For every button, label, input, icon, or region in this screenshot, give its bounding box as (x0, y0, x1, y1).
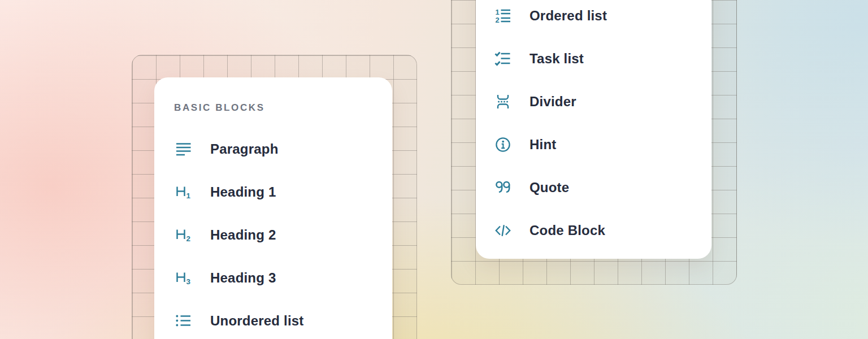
unordered-list-icon (174, 311, 193, 331)
svg-text:2: 2 (186, 234, 191, 243)
menu-item-label: Heading 2 (210, 227, 276, 243)
menu-item[interactable]: 2 Heading 2 (174, 214, 392, 257)
menu-item-label: Hint (530, 137, 556, 153)
menu-item-label: Ordered list (530, 8, 607, 24)
menu-item-list: 12 Ordered list Task list Divider Hint Q… (493, 0, 711, 252)
heading-1-icon: 1 (174, 182, 193, 202)
menu-item-list: Paragraph 1 Heading 1 2 Heading 2 3 Head… (174, 128, 392, 339)
hint-icon (493, 135, 513, 154)
menu-item[interactable]: Code Block (493, 209, 711, 252)
svg-text:2: 2 (496, 16, 500, 24)
menu-item[interactable]: 3 Heading 3 (174, 257, 392, 299)
task-list-icon (493, 49, 513, 68)
block-menu-panel-continued: 12 Ordered list Task list Divider Hint Q… (476, 0, 711, 259)
menu-item-label: Task list (530, 51, 584, 67)
section-label: BASIC BLOCKS (174, 102, 392, 114)
menu-item[interactable]: Unordered list (174, 299, 392, 339)
menu-item[interactable]: 12 Ordered list (493, 0, 711, 37)
menu-item[interactable]: Paragraph (174, 128, 392, 171)
menu-item-label: Heading 1 (210, 184, 276, 200)
menu-item-label: Heading 3 (210, 270, 276, 286)
heading-2-icon: 2 (174, 225, 193, 245)
paragraph-icon (174, 140, 193, 159)
menu-item[interactable]: Task list (493, 37, 711, 80)
svg-text:1: 1 (186, 192, 191, 200)
menu-item[interactable]: Divider (493, 80, 711, 123)
hero-background: BASIC BLOCKS Paragraph 1 Heading 1 2 Hea… (0, 0, 868, 339)
menu-item-label: Unordered list (210, 313, 304, 329)
menu-item-label: Code Block (530, 223, 605, 238)
quote-icon (493, 178, 513, 197)
code-block-icon (493, 221, 513, 240)
divider-icon (493, 92, 513, 111)
block-menu-panel-basic-blocks: BASIC BLOCKS Paragraph 1 Heading 1 2 Hea… (154, 77, 392, 339)
heading-3-icon: 3 (174, 268, 193, 288)
svg-text:1: 1 (496, 8, 500, 16)
menu-item[interactable]: Quote (493, 166, 711, 209)
menu-item[interactable]: Hint (493, 123, 711, 166)
menu-item-label: Paragraph (210, 141, 279, 157)
menu-item[interactable]: 1 Heading 1 (174, 171, 392, 214)
menu-item-label: Divider (530, 94, 576, 110)
menu-item-label: Quote (530, 180, 569, 195)
svg-text:3: 3 (186, 277, 191, 286)
ordered-list-icon: 12 (493, 6, 513, 25)
